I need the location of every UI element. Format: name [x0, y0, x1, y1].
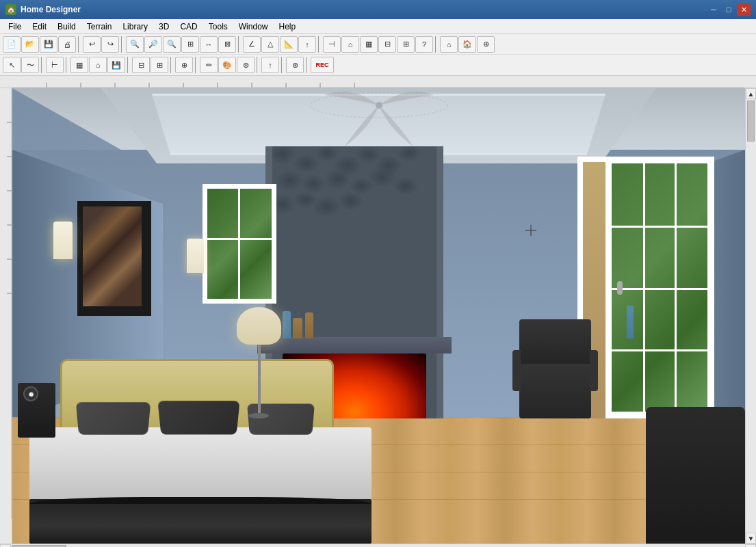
tb-help[interactable]: ?: [415, 36, 433, 53]
tb2-pencil[interactable]: ✏: [200, 57, 218, 73]
sep2-5: [195, 57, 198, 73]
tb2-component[interactable]: ⊟: [132, 57, 150, 73]
bed: [29, 332, 372, 544]
tb-stair[interactable]: ▦: [360, 36, 378, 53]
tb-house1[interactable]: ⌂: [440, 36, 458, 53]
menu-edit[interactable]: Edit: [27, 21, 52, 33]
sep-4: [318, 36, 321, 53]
tb-arrow[interactable]: ↑: [298, 36, 316, 53]
tb2-up[interactable]: ↑: [261, 57, 279, 73]
tb2-point[interactable]: ⊕: [175, 57, 193, 73]
scroll-up-button[interactable]: ▲: [746, 88, 756, 99]
scroll-thumb[interactable]: [747, 101, 755, 142]
toolbar-area: 📄 📂 💾 🖨 ↩ ↪ 🔍 🔎 🔍 ⊞ ↔ ⊠ ∠ △ 📐 ↑ ⊣ ⌂ ▦ ⊟ …: [0, 34, 756, 76]
menu-help[interactable]: Help: [273, 21, 301, 33]
h-scroll-thumb[interactable]: [12, 545, 66, 548]
tb-zoom-in[interactable]: 🔎: [144, 36, 162, 53]
pillow-2: [157, 401, 239, 434]
tb2-wall[interactable]: ⊢: [46, 57, 64, 73]
ruler-left-svg: [0, 88, 12, 519]
painting: [77, 201, 151, 316]
scroll-track[interactable]: [746, 99, 756, 533]
close-button[interactable]: ✕: [737, 3, 751, 16]
pillow-1: [76, 402, 151, 434]
menu-window[interactable]: Window: [233, 21, 274, 33]
sep-5: [435, 36, 438, 53]
tb-3d-2[interactable]: ⊞: [397, 36, 415, 53]
tb-house2[interactable]: 🏠: [458, 36, 476, 53]
tb2-select[interactable]: ↖: [3, 57, 21, 73]
cursor-crosshair: [525, 225, 536, 236]
sep2-3: [127, 57, 130, 73]
tb-3d-1[interactable]: ⊟: [378, 36, 396, 53]
bed-base: [29, 499, 372, 544]
tb-zoom-out[interactable]: 🔍: [163, 36, 181, 53]
scroll-left-button[interactable]: ◀: [0, 544, 11, 548]
tb2-grid[interactable]: ⊞: [151, 57, 168, 73]
tb2-rec[interactable]: REC: [311, 57, 334, 73]
h-scroll-track[interactable]: [11, 544, 745, 548]
tb-triangle[interactable]: △: [261, 36, 279, 53]
svg-rect-12: [0, 88, 12, 519]
sep-1: [78, 36, 81, 53]
wall-lamp-left: [53, 222, 73, 259]
tb-wall[interactable]: ⊣: [323, 36, 341, 53]
sep2-2: [66, 57, 68, 73]
tb-open[interactable]: 📂: [21, 36, 39, 53]
title-bar: 🏠 Home Designer ─ □ ✕: [0, 0, 756, 19]
tb2-floor[interactable]: ▦: [70, 57, 88, 73]
tb-pan[interactable]: ↔: [200, 36, 218, 53]
tb2-paint[interactable]: 🎨: [218, 57, 236, 73]
main-area: 🕐: [0, 88, 756, 544]
tb-fit[interactable]: ⊞: [181, 36, 199, 53]
tb-undo[interactable]: ↩: [83, 36, 101, 53]
sep2-6: [257, 57, 259, 73]
tb-redo[interactable]: ↪: [101, 36, 119, 53]
chair-arm-right: [590, 350, 598, 391]
tb-save[interactable]: 💾: [40, 36, 57, 53]
tb-angle[interactable]: ∠: [243, 36, 261, 53]
tb-search[interactable]: 🔍: [126, 36, 144, 53]
tb-house3[interactable]: ⊕: [477, 36, 495, 53]
sep2-8: [306, 57, 309, 73]
tb-roof[interactable]: ⌂: [341, 36, 359, 53]
viewport[interactable]: 🕐: [12, 88, 745, 544]
menu-terrain[interactable]: Terrain: [81, 21, 118, 33]
menu-build[interactable]: Build: [52, 21, 81, 33]
tb-new[interactable]: 📄: [3, 36, 21, 53]
menu-tools[interactable]: Tools: [203, 21, 233, 33]
tb2-save2[interactable]: 💾: [107, 57, 125, 73]
tb2-curve[interactable]: 〜: [21, 57, 39, 73]
menu-library[interactable]: Library: [117, 21, 153, 33]
window-center: [203, 184, 276, 304]
tb-select[interactable]: ⊠: [218, 36, 236, 53]
tb-print[interactable]: 🖨: [58, 36, 76, 53]
minimize-button[interactable]: ─: [707, 3, 720, 16]
app-icon: 🏠: [5, 4, 16, 15]
maximize-button[interactable]: □: [722, 3, 735, 16]
toolbar-row-1: 📄 📂 💾 🖨 ↩ ↪ 🔍 🔎 🔍 ⊞ ↔ ⊠ ∠ △ 📐 ↑ ⊣ ⌂ ▦ ⊟ …: [0, 34, 756, 55]
menu-file[interactable]: File: [3, 21, 27, 33]
vase-blue-left: [283, 311, 291, 338]
vase-brown-2: [305, 312, 313, 338]
tb2-dim[interactable]: ⊛: [286, 57, 304, 73]
tb-measure[interactable]: 📐: [280, 36, 298, 53]
scroll-down-button[interactable]: ▼: [746, 533, 756, 544]
room-scene: 🕐: [12, 88, 745, 544]
menu-bar: File Edit Build Terrain Library 3D CAD T…: [0, 19, 756, 34]
top-ruler: [0, 76, 756, 88]
sep2-1: [41, 57, 44, 73]
tb2-house[interactable]: ⌂: [89, 57, 107, 73]
bottom-scrollbar: ◀ ▶: [0, 544, 756, 547]
window-controls: ─ □ ✕: [707, 3, 751, 16]
sep2-4: [170, 57, 173, 73]
scroll-right-button[interactable]: ▶: [745, 544, 756, 548]
menu-cad[interactable]: CAD: [174, 21, 203, 33]
svg-rect-0: [12, 76, 744, 88]
chair-seat: [519, 360, 591, 418]
sep-2: [121, 36, 124, 53]
tb2-texture[interactable]: ⊛: [237, 57, 255, 73]
menu-3d[interactable]: 3D: [153, 21, 174, 33]
vase-blue-right: [627, 306, 634, 338]
chair-back: [519, 319, 591, 364]
